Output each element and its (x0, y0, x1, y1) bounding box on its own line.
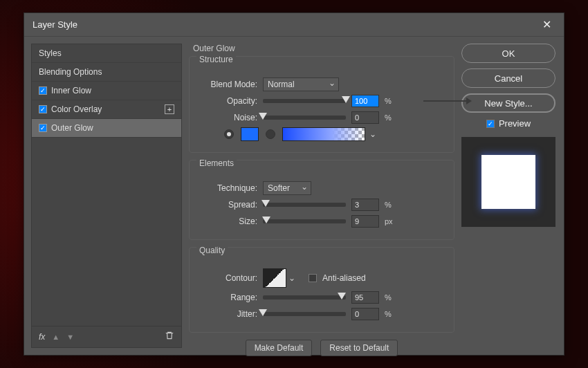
noise-label: Noise: (196, 113, 257, 122)
group-legend: Structure (196, 55, 236, 64)
unit-percent: % (385, 97, 397, 105)
fx-menu-button[interactable]: fx (39, 332, 45, 342)
arrow-down-icon[interactable]: ▼ (66, 333, 74, 341)
spread-label: Spread: (196, 200, 257, 210)
quality-group: Quality Contour: Anti-aliased Range: % (189, 247, 454, 333)
new-style-button[interactable]: New Style... (461, 93, 555, 113)
close-icon[interactable]: ✕ (538, 17, 555, 33)
glow-color-swatch[interactable] (241, 127, 259, 141)
glow-gradient-swatch[interactable] (282, 127, 365, 141)
size-input[interactable] (351, 215, 379, 228)
plus-icon[interactable]: + (165, 104, 174, 114)
panel-title: Outer Glow (193, 44, 454, 53)
elements-group: Elements Technique: Softer Spread: % Siz… (189, 160, 454, 240)
sidebar-label: Blending Options (39, 67, 102, 77)
sidebar-item-inner-glow[interactable]: Inner Glow (32, 82, 181, 100)
antialiased-label: Anti-aliased (322, 273, 366, 283)
preview-thumbnail (461, 137, 555, 227)
unit-percent: % (385, 113, 397, 122)
checkbox-icon[interactable] (39, 124, 47, 132)
titlebar: Layer Style ✕ (24, 13, 564, 37)
antialiased-checkbox[interactable] (309, 274, 317, 282)
sidebar-item-label: Inner Glow (51, 86, 91, 95)
unit-percent: % (385, 293, 397, 302)
styles-sidebar: Styles Blending Options Inner Glow Color… (31, 44, 182, 348)
glow-color-radio[interactable] (224, 129, 234, 139)
size-label: Size: (196, 217, 257, 226)
dialog-title: Layer Style (33, 19, 538, 30)
sidebar-item-label: Outer Glow (51, 123, 93, 133)
group-legend: Elements (196, 158, 237, 168)
jitter-slider[interactable] (263, 312, 346, 316)
unit-percent: % (385, 201, 397, 209)
noise-input[interactable] (351, 111, 379, 124)
sidebar-item-outer-glow[interactable]: Outer Glow (32, 119, 181, 138)
contour-label: Contour: (196, 273, 257, 283)
jitter-label: Jitter: (196, 309, 257, 319)
opacity-slider[interactable] (263, 99, 346, 103)
cancel-button[interactable]: Cancel (461, 68, 555, 88)
sidebar-item-styles[interactable]: Styles (32, 44, 181, 63)
checkbox-icon[interactable] (39, 86, 47, 95)
right-column: OK Cancel New Style... Preview (461, 44, 555, 348)
spread-slider[interactable] (263, 203, 346, 207)
sidebar-item-color-overlay[interactable]: Color Overlay + (32, 100, 181, 119)
reset-default-button[interactable]: Reset to Default (320, 340, 398, 356)
blend-mode-label: Blend Mode: (196, 80, 257, 89)
range-input[interactable] (351, 291, 379, 304)
jitter-input[interactable] (351, 308, 379, 320)
noise-slider[interactable] (263, 116, 346, 120)
glow-gradient-radio[interactable] (266, 129, 275, 139)
make-default-button[interactable]: Make Default (246, 340, 313, 356)
opacity-label: Opacity: (196, 96, 257, 106)
range-label: Range: (196, 293, 257, 302)
unit-px: px (385, 217, 397, 226)
settings-panel: Outer Glow Structure Blend Mode: Normal … (189, 44, 454, 348)
blend-mode-select[interactable]: Normal (263, 77, 339, 91)
trash-icon[interactable] (165, 331, 174, 343)
opacity-input[interactable] (351, 95, 379, 107)
checkbox-icon[interactable] (39, 105, 47, 113)
structure-group: Structure Blend Mode: Normal Opacity: % … (189, 56, 454, 153)
layer-style-dialog: Layer Style ✕ Styles Blending Options In… (24, 12, 564, 356)
ok-button[interactable]: OK (461, 44, 555, 63)
chevron-down-icon[interactable]: ⌄ (369, 129, 376, 139)
size-slider[interactable] (263, 219, 346, 223)
technique-label: Technique: (196, 183, 257, 193)
preview-label: Preview (499, 118, 531, 129)
sidebar-label: Styles (39, 48, 62, 58)
group-legend: Quality (196, 246, 228, 255)
callout-arrow-icon (423, 100, 466, 102)
spread-input[interactable] (351, 199, 379, 211)
unit-percent: % (385, 310, 397, 318)
range-slider[interactable] (263, 295, 346, 300)
sidebar-item-blending-options[interactable]: Blending Options (32, 63, 181, 82)
sidebar-item-label: Color Overlay (51, 104, 102, 114)
contour-picker[interactable] (263, 268, 286, 288)
arrow-up-icon[interactable]: ▲ (52, 333, 59, 341)
preview-swatch (481, 155, 535, 209)
sidebar-footer: fx ▲ ▼ (32, 326, 181, 347)
technique-select[interactable]: Softer (263, 181, 311, 195)
preview-checkbox[interactable] (486, 120, 495, 128)
